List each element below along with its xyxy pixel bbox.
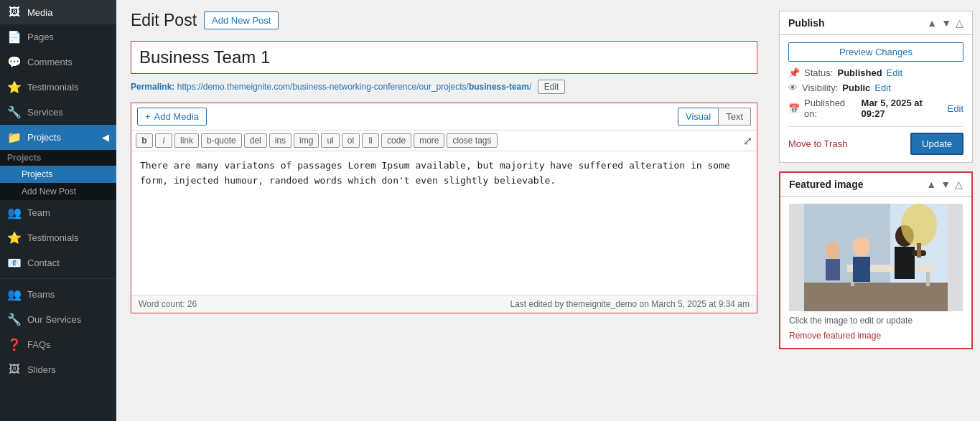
format-ol[interactable]: ol (342, 133, 360, 148)
svg-rect-6 (926, 272, 930, 286)
our-services-icon: 🔧 (7, 313, 22, 326)
format-link[interactable]: link (174, 133, 199, 148)
editor-wrapper: + Add Media Visual Text b i link b-quote… (131, 103, 757, 313)
sidebar-item-testimonials[interactable]: ⭐ Testimonials (0, 75, 116, 100)
testimonials-icon: ⭐ (7, 80, 22, 94)
status-value: Published (837, 67, 882, 78)
sidebar: 🖼 Media 📄 Pages 💬 Comments ⭐ Testimonial… (0, 0, 116, 421)
format-ins[interactable]: ins (269, 133, 291, 148)
sidebar-item-testimonials2[interactable]: ⭐ Testimonials (0, 225, 116, 250)
permalink-row: Permalink: https://demo.themeignite.com/… (131, 80, 757, 94)
format-bquote[interactable]: b-quote (201, 133, 242, 148)
publish-box-body: Preview Changes 📌 Status: Published Edit… (780, 35, 972, 162)
format-italic[interactable]: i (155, 133, 172, 148)
featured-image-box: Featured image ▲ ▼ △ (779, 171, 973, 349)
projects-icon: 📁 (7, 131, 22, 144)
svg-rect-8 (853, 257, 870, 282)
sidebar-item-teams[interactable]: 👥 Teams (0, 282, 116, 307)
featured-image-title: Featured image (789, 179, 863, 190)
status-icon: 📌 (788, 67, 800, 78)
sidebar-item-pages[interactable]: 📄 Pages (0, 24, 116, 49)
featured-image-note: Click the image to edit or update (789, 316, 963, 326)
publish-box-header: Publish ▲ ▼ △ (780, 11, 972, 35)
page-header: Edit Post Add New Post (131, 11, 757, 30)
pages-icon: 📄 (7, 30, 22, 44)
sidebar-item-team[interactable]: 👥 Team (0, 200, 116, 225)
publish-box-title: Publish (788, 17, 825, 29)
fi-collapse-up-icon[interactable]: ▲ (926, 179, 936, 190)
format-close-tags[interactable]: close tags (447, 133, 497, 148)
editor-format-bar: b i link b-quote del ins img ul ol li co… (131, 131, 757, 151)
format-ul[interactable]: ul (321, 133, 339, 148)
comments-icon: 💬 (7, 55, 22, 69)
text-tab[interactable]: Text (718, 108, 751, 126)
permalink-edit-button[interactable]: Edit (538, 80, 566, 94)
submenu-section-label: Projects (0, 150, 116, 166)
format-more[interactable]: more (414, 133, 444, 148)
right-sidebar: Publish ▲ ▼ △ Preview Changes 📌 Status: … (772, 0, 980, 421)
featured-image-body: Click the image to edit or update Remove… (780, 197, 971, 348)
move-to-trash-button[interactable]: Move to Trash (788, 138, 847, 149)
update-button[interactable]: Update (910, 133, 963, 155)
sidebar-submenu-projects-main[interactable]: Projects (0, 166, 116, 183)
last-edited: Last edited by themeignite_demo on March… (510, 299, 750, 309)
preview-changes-button[interactable]: Preview Changes (788, 42, 963, 62)
visibility-edit-link[interactable]: Edit (874, 82, 890, 93)
collapse-up-icon[interactable]: ▲ (927, 17, 937, 29)
sidebar-item-comments[interactable]: 💬 Comments (0, 49, 116, 75)
permalink-label: Permalink: (131, 82, 174, 92)
remove-featured-image-button[interactable]: Remove featured image (789, 331, 881, 341)
expand-icon[interactable]: ⤢ (743, 134, 752, 148)
visual-tab[interactable]: Visual (678, 108, 718, 126)
minimize-icon[interactable]: △ (956, 17, 963, 29)
sidebar-submenu-projects: Projects Projects Add New Post (0, 150, 116, 200)
add-media-icon: + (145, 111, 151, 122)
teams-icon: 👥 (7, 288, 22, 301)
format-del[interactable]: del (244, 133, 267, 148)
svg-rect-15 (917, 243, 921, 257)
sidebar-item-services[interactable]: 🔧 Services (0, 100, 116, 125)
publish-date-row: 📅 Published on: Mar 5, 2025 at 09:27 Edi… (788, 98, 963, 119)
svg-point-7 (853, 237, 870, 257)
published-edit-link[interactable]: Edit (948, 103, 963, 114)
publish-actions: Move to Trash Update (788, 126, 963, 155)
sidebar-item-projects[interactable]: 📁 Projects ◀ (0, 125, 116, 150)
visibility-label: Visibility: (802, 82, 838, 93)
sidebar-item-contact[interactable]: 📧 Contact (0, 250, 116, 275)
team-icon: 👥 (7, 206, 22, 219)
sidebar-item-faqs[interactable]: ❓ FAQs (0, 332, 116, 357)
services-icon: 🔧 (7, 105, 22, 119)
svg-rect-10 (895, 247, 915, 279)
published-label: Published on: (804, 98, 857, 119)
featured-image-preview[interactable] (789, 204, 963, 311)
svg-point-14 (901, 204, 937, 247)
publish-visibility-row: 👁 Visibility: Public Edit (788, 82, 963, 93)
status-label: Status: (804, 67, 833, 78)
fi-minimize-icon[interactable]: △ (955, 179, 963, 190)
sidebar-submenu-add-new-post[interactable]: Add New Post (0, 183, 116, 200)
sidebar-item-media[interactable]: 🖼 Media (0, 0, 116, 24)
collapse-down-icon[interactable]: ▼ (941, 17, 951, 29)
featured-image-controls: ▲ ▼ △ (926, 179, 963, 190)
visibility-value: Public (842, 82, 870, 93)
post-title-input[interactable] (131, 41, 757, 74)
add-media-button[interactable]: + Add Media (137, 108, 207, 126)
fi-collapse-down-icon[interactable]: ▼ (941, 179, 951, 190)
format-img[interactable]: img (294, 133, 319, 148)
page-title: Edit Post (131, 11, 197, 30)
date-icon: 📅 (788, 103, 800, 114)
sidebar-item-sliders[interactable]: 🖼 Sliders (0, 357, 116, 382)
testimonials2-icon: ⭐ (7, 231, 22, 245)
permalink-link[interactable]: https://demo.themeignite.com/business-ne… (177, 82, 532, 92)
word-count: Word count: 26 (139, 299, 197, 309)
editor-content[interactable]: There are many variatons of passages Lor… (131, 151, 757, 295)
svg-rect-3 (804, 283, 948, 311)
editor-view-buttons: Visual Text (678, 108, 751, 126)
sidebar-item-our-services[interactable]: 🔧 Our Services (0, 307, 116, 332)
format-li[interactable]: li (362, 133, 379, 148)
publish-box-controls: ▲ ▼ △ (927, 17, 963, 29)
add-new-post-button[interactable]: Add New Post (204, 11, 279, 29)
format-code[interactable]: code (381, 133, 411, 148)
status-edit-link[interactable]: Edit (887, 67, 902, 78)
format-bold[interactable]: b (136, 133, 153, 148)
